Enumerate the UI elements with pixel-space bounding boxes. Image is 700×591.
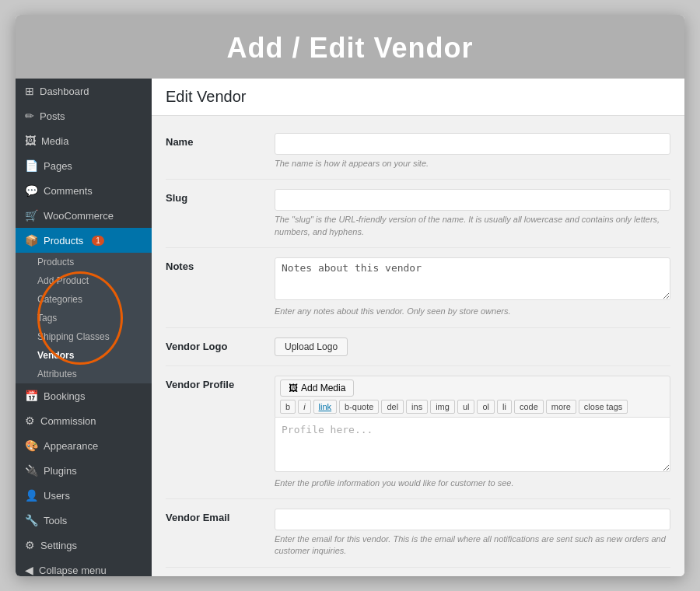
toolbar-row1: 🖼 Add Media: [280, 379, 665, 397]
vendor-email-input[interactable]: [275, 509, 670, 530]
notes-input[interactable]: Notes about this vendor: [275, 257, 670, 300]
toolbar-btn-li[interactable]: li: [497, 400, 512, 414]
submenu-item-tags[interactable]: Tags: [16, 309, 152, 327]
edit-vendor-header: Edit Vendor: [152, 79, 684, 116]
sidebar-item-label: Commission: [40, 415, 96, 427]
vendor-profile-label: Vendor Profile: [166, 376, 275, 390]
sidebar-item-comments[interactable]: 💬 Comments: [16, 178, 152, 203]
submenu-label: Vendors: [37, 350, 74, 361]
submenu-label: Products: [37, 257, 74, 268]
media-icon: 🖼: [25, 135, 36, 147]
toolbar-btn-ol[interactable]: ol: [477, 400, 495, 414]
vendor-logo-label: Vendor Logo: [166, 337, 275, 352]
sidebar-item-appearance[interactable]: 🎨 Appearance: [16, 433, 152, 458]
sidebar-item-media[interactable]: 🖼 Media: [16, 128, 152, 153]
toolbar-btn-more[interactable]: more: [546, 400, 576, 414]
submenu-item-shipping-classes[interactable]: Shipping Classes: [16, 327, 152, 346]
tools-icon: 🔧: [25, 514, 38, 526]
sidebar-item-woocommerce[interactable]: 🛒 WooCommerce: [16, 203, 152, 228]
vendor-email-row: Vendor Email Enter the email for this ve…: [166, 499, 670, 568]
sidebar-item-pages[interactable]: 📄 Pages: [16, 153, 152, 178]
slug-input[interactable]: [275, 189, 670, 211]
sidebar-item-bookings[interactable]: 📅 Bookings: [16, 383, 152, 408]
add-media-icon: 🖼: [289, 383, 298, 393]
window-title: Add / Edit Vendor: [16, 32, 684, 65]
woocommerce-icon: 🛒: [25, 209, 38, 222]
sidebar-item-posts[interactable]: ✏ Posts: [16, 103, 152, 128]
vendor-profile-row: Vendor Profile 🖼 Add Media b: [166, 366, 670, 499]
bookings-icon: 📅: [25, 390, 38, 402]
slug-field: The "slug" is the URL-friendly version o…: [275, 189, 670, 238]
name-input[interactable]: [275, 133, 670, 155]
products-submenu: Products Add Product Categories Tags Shi…: [16, 253, 152, 383]
profile-help: Enter the profile information you would …: [275, 477, 670, 489]
toolbar-btn-img[interactable]: img: [430, 400, 455, 414]
page-title: Edit Vendor: [166, 88, 246, 105]
sidebar-item-plugins[interactable]: 🔌 Plugins: [16, 458, 152, 483]
toolbar-btn-ul[interactable]: ul: [457, 400, 475, 414]
toolbar-btn-i[interactable]: i: [298, 400, 310, 414]
submenu-item-products[interactable]: Products: [16, 253, 152, 271]
name-label: Name: [166, 133, 275, 148]
sidebar-item-label: Collapse menu: [39, 565, 107, 576]
toolbar-btn-close-tags[interactable]: close tags: [579, 400, 628, 414]
vendor-logo-row: Vendor Logo Upload Logo: [166, 328, 670, 366]
sidebar-item-label: Tools: [44, 515, 67, 526]
vendor-profile-field: 🖼 Add Media b i link b-quote del ins: [275, 376, 670, 489]
toolbar-btn-bquote[interactable]: b-quote: [339, 400, 379, 414]
submenu-item-vendors[interactable]: Vendors: [16, 346, 152, 365]
toolbar-btn-ins[interactable]: ins: [406, 400, 428, 414]
notes-row: Notes Notes about this vendor Enter any …: [166, 248, 670, 327]
sidebar-item-label: Dashboard: [40, 86, 89, 97]
sidebar-item-label: Appearance: [44, 440, 98, 452]
submenu-label: Attributes: [37, 369, 77, 379]
sidebar-item-collapse[interactable]: ◀ Collapse menu: [16, 558, 152, 576]
sidebar-item-label: Products: [44, 235, 83, 247]
sidebar-item-dashboard[interactable]: ⊞ Dashboard: [16, 79, 152, 103]
commission-icon: ⚙: [25, 414, 35, 427]
toolbar-btn-b[interactable]: b: [280, 400, 296, 414]
sidebar-item-label: Media: [41, 135, 68, 147]
notes-field: Notes about this vendor Enter any notes …: [275, 257, 670, 317]
appearance-icon: 🎨: [25, 439, 38, 452]
products-icon: 📦: [25, 234, 38, 247]
toolbar-btn-code[interactable]: code: [514, 400, 544, 414]
upload-logo-button[interactable]: Upload Logo: [275, 337, 348, 356]
sidebar-item-label: Users: [44, 490, 70, 502]
notes-help: Enter any notes about this vendor. Only …: [275, 306, 670, 317]
plugins-icon: 🔌: [25, 464, 38, 477]
submenu-label: Add Product: [37, 275, 89, 286]
profile-textarea[interactable]: Profile here...: [275, 418, 670, 472]
toolbar-btn-del[interactable]: del: [381, 400, 404, 414]
sidebar-item-products[interactable]: 📦 Products 1: [16, 228, 152, 253]
pages-icon: 📄: [25, 159, 38, 172]
slug-label: Slug: [166, 189, 275, 204]
sidebar-item-commission[interactable]: ⚙ Commission: [16, 408, 152, 433]
sidebar-item-label: Comments: [44, 185, 93, 197]
vendor-logo-field: Upload Logo: [275, 337, 670, 356]
sidebar-item-tools[interactable]: 🔧 Tools: [16, 508, 152, 533]
users-icon: 👤: [25, 489, 38, 502]
sidebar-item-label: WooCommerce: [44, 210, 114, 222]
sidebar-item-settings[interactable]: ⚙ Settings: [16, 533, 152, 558]
form-container: Name The name is how it appears on your …: [152, 116, 684, 576]
sidebar-item-label: Bookings: [44, 390, 85, 402]
toolbar-btn-link[interactable]: link: [313, 400, 338, 414]
submenu-item-add-product[interactable]: Add Product: [16, 271, 152, 290]
vendor-email-field: Enter the email for this vendor. This is…: [275, 509, 670, 558]
vendor-admins-row: Vendor Admins ? A list of users who can …: [166, 568, 670, 576]
add-media-button[interactable]: 🖼 Add Media: [280, 379, 354, 397]
submenu-item-categories[interactable]: Categories: [16, 290, 152, 309]
submenu-label: Tags: [37, 313, 57, 323]
name-help: The name is how it appears on your site.: [275, 158, 670, 170]
main-window: Add / Edit Vendor ⊞ Dashboard ✏ Posts 🖼 …: [16, 15, 684, 576]
settings-icon: ⚙: [25, 539, 35, 551]
name-field: The name is how it appears on your site.: [275, 133, 670, 170]
sidebar-item-label: Settings: [40, 540, 77, 551]
submenu-item-attributes[interactable]: Attributes: [16, 365, 152, 383]
sidebar-item-users[interactable]: 👤 Users: [16, 483, 152, 508]
slug-help: The "slug" is the URL-friendly version o…: [275, 214, 670, 238]
collapse-icon: ◀: [25, 564, 33, 576]
toolbar-row2: b i link b-quote del ins img ul ol li co: [280, 400, 665, 414]
sidebar: ⊞ Dashboard ✏ Posts 🖼 Media 📄 Pages 💬 Co…: [16, 79, 152, 576]
